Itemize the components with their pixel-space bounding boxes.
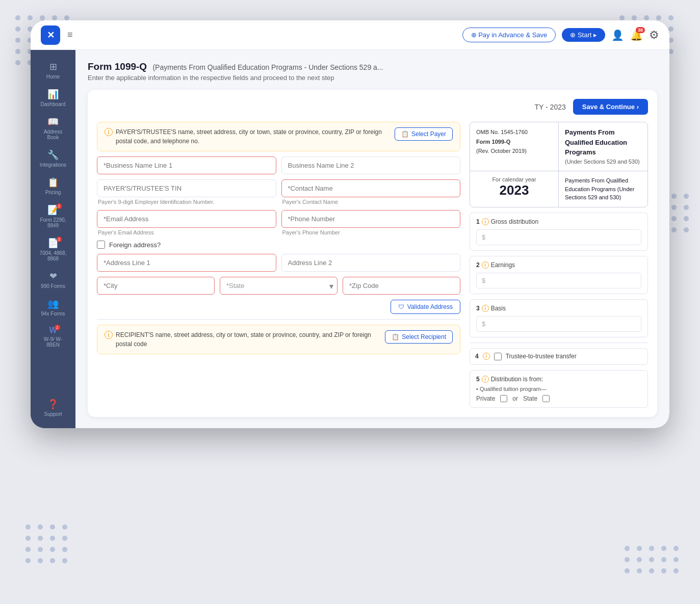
state-label: State xyxy=(523,395,537,402)
sidebar-label-pricing: Pricing xyxy=(45,190,61,195)
phone-field: Payer's Phone Number xyxy=(281,210,461,235)
state-checkbox[interactable] xyxy=(542,395,550,402)
sidebar-label-dashboard: Dashboard xyxy=(41,101,66,107)
field-5-info-icon: i xyxy=(482,376,489,383)
omb-year-section: For calendar year 2023 xyxy=(470,171,559,207)
business-name-2-input[interactable] xyxy=(281,156,461,174)
select-recipient-icon: 📋 xyxy=(392,333,399,340)
ty-bar: TY - 2023 Save & Continue › xyxy=(97,99,648,115)
gross-distribution-input[interactable] xyxy=(485,233,636,241)
field-2-earnings: 2 i Earnings $ xyxy=(470,256,648,294)
payer-section-header: i PAYER'S/TRUSTEE'S name, street address… xyxy=(97,122,460,151)
sidebar-item-home[interactable]: ⊞ Home xyxy=(34,57,72,84)
private-checkbox[interactable] xyxy=(500,395,507,402)
business-name-1-input[interactable] xyxy=(97,156,276,174)
phone-hint: Payer's Phone Number xyxy=(281,229,461,235)
field-4-info-icon: i xyxy=(483,353,490,360)
sidebar: ⊞ Home 📊 Dashboard 📖 Address Book 🔧 Inte… xyxy=(31,50,75,428)
tin-field: Payer's 9-digit Employer Identification … xyxy=(97,179,276,205)
city-input[interactable] xyxy=(97,277,215,295)
field-5-number: 5 xyxy=(476,376,480,383)
recipient-info-icon: i xyxy=(105,331,113,339)
field-1-number: 1 xyxy=(476,218,480,225)
phone-input[interactable] xyxy=(281,210,461,228)
email-input[interactable] xyxy=(97,210,276,228)
field-2-label: Earnings xyxy=(491,261,515,269)
select-recipient-button[interactable]: 📋 Select Recipient xyxy=(385,330,453,344)
field-3-number: 3 xyxy=(476,305,480,312)
basis-input[interactable] xyxy=(485,320,636,328)
address-line2-input[interactable] xyxy=(281,254,461,272)
validate-address-button[interactable]: 🛡 Validate Address xyxy=(391,300,460,314)
omb-title: Payments From Qualified Education Progra… xyxy=(559,122,647,171)
dollar-symbol-1: $ xyxy=(482,233,485,241)
sidebar-item-form2290[interactable]: 📝 2 Form 2290, 8849 xyxy=(34,200,72,232)
integrations-icon: 🔧 xyxy=(47,149,59,161)
payer-info-text: PAYER'S/TRUSTEE'S name, street address, … xyxy=(116,127,390,146)
profile-icon-button[interactable]: 👤 xyxy=(611,29,624,41)
notification-badge: 38 xyxy=(636,27,645,33)
sidebar-label-form2290: Form 2290, 8849 xyxy=(38,217,68,228)
contact-input[interactable] xyxy=(281,179,461,197)
sidebar-item-94x[interactable]: 👥 94x Forms xyxy=(34,294,72,321)
shield-icon: 🛡 xyxy=(398,303,404,310)
field-1-info-icon: i xyxy=(482,218,489,225)
dollar-symbol-2: $ xyxy=(482,277,485,284)
field-1-label: Gross distribution xyxy=(491,218,538,225)
ty-label: TY - 2023 xyxy=(535,103,566,111)
dollar-symbol-3: $ xyxy=(482,320,485,328)
omb-card: OMB No. 1545-1760 Form 1099-Q (Rev. Octo… xyxy=(470,122,648,207)
foreign-address-checkbox[interactable] xyxy=(97,241,105,249)
sidebar-item-w9[interactable]: W 2 W-9/ W-8BEN xyxy=(34,322,72,352)
distribution-sub: • Qualified tuition program— xyxy=(476,386,641,392)
form94x-icon: 👥 xyxy=(47,298,59,309)
field-4-trustee: 4 i Trustee-to-trustee transfer xyxy=(470,348,648,365)
sidebar-item-990[interactable]: ❤ 990 Forms xyxy=(34,267,72,293)
sidebar-logo: ✕ xyxy=(41,25,60,45)
sidebar-item-7004[interactable]: 📄 2 7004, 4868, 8868 xyxy=(34,233,72,266)
form-title: Form 1099-Q (Payments From Qualified Edu… xyxy=(88,61,657,72)
sidebar-label-990: 990 Forms xyxy=(41,283,65,289)
sidebar-label-94x: 94x Forms xyxy=(41,311,65,317)
field-2-number: 2 xyxy=(476,261,480,269)
contact-hint: Payer's Contact Name xyxy=(281,199,461,205)
foreign-address-row: Foreign address? xyxy=(97,241,460,249)
sidebar-item-dashboard[interactable]: 📊 Dashboard xyxy=(34,85,72,111)
state-select[interactable]: *State xyxy=(220,277,338,295)
select-payer-button[interactable]: 📋 Select Payer xyxy=(395,127,453,141)
sidebar-item-support[interactable]: ❓ Support xyxy=(34,395,72,421)
start-button[interactable]: ⊕ Start ▸ xyxy=(562,28,605,42)
trustee-checkbox[interactable] xyxy=(494,353,502,360)
or-label: or xyxy=(512,395,518,402)
main-content: Form 1099-Q (Payments From Qualified Edu… xyxy=(75,50,669,428)
home-icon: ⊞ xyxy=(49,61,57,72)
account-button[interactable]: ⚙ xyxy=(649,29,659,42)
pay-advance-button[interactable]: ⊕ Pay in Advance & Save xyxy=(462,28,556,42)
tin-input[interactable] xyxy=(97,179,276,197)
earnings-input[interactable] xyxy=(485,277,636,284)
form-card: TY - 2023 Save & Continue › i PAYER'S/TR… xyxy=(88,90,657,417)
pricing-icon: 📋 xyxy=(47,177,59,188)
address-line1-input[interactable] xyxy=(97,254,276,272)
field-4-number: 4 xyxy=(475,353,479,360)
contact-field: Payer's Contact Name xyxy=(281,179,461,205)
email-hint: Payer's Email Address xyxy=(97,229,276,235)
field-3-label: Basis xyxy=(491,305,506,312)
field-3-basis: 3 i Basis $ xyxy=(470,299,648,337)
recipient-section: i RECIPIENT'S name, street address, city… xyxy=(97,325,460,354)
tin-hint: Payer's 9-digit Employer Identification … xyxy=(97,199,276,205)
topbar-left: ✕ ≡ xyxy=(41,25,73,45)
save-continue-button[interactable]: Save & Continue › xyxy=(573,99,648,115)
menu-icon[interactable]: ≡ xyxy=(67,30,73,40)
sidebar-label-w9: W-9/ W-8BEN xyxy=(38,336,68,348)
sidebar-item-address-book[interactable]: 📖 Address Book xyxy=(34,112,72,144)
zip-input[interactable] xyxy=(343,277,460,295)
private-label: Private xyxy=(476,395,495,402)
sidebar-item-pricing[interactable]: 📋 Pricing xyxy=(34,173,72,199)
omb-year: 2023 xyxy=(476,182,552,198)
field-4-label: Trustee-to-trustee transfer xyxy=(506,353,577,360)
topbar-right: ⊕ Pay in Advance & Save ⊕ Start ▸ 👤 🔔 38… xyxy=(462,28,659,42)
support-icon: ❓ xyxy=(47,399,59,410)
sidebar-item-integrations[interactable]: 🔧 Integrations xyxy=(34,145,72,172)
form-description: Enter the applicable information in the … xyxy=(88,74,657,82)
